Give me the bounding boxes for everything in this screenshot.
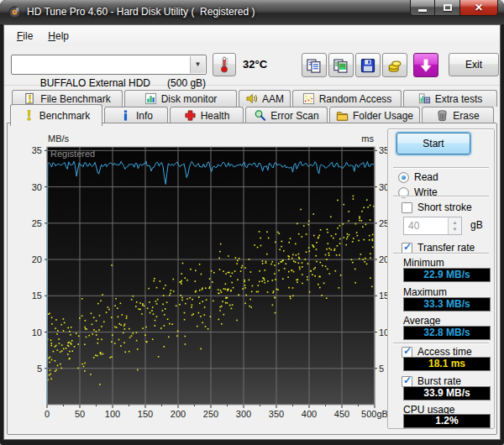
chart-grid-icon <box>418 92 431 105</box>
svg-text:400: 400 <box>302 409 317 419</box>
tab-disk-monitor[interactable]: Disk monitor <box>124 90 237 107</box>
burst-rate-label: Burst rate <box>417 375 461 387</box>
svg-text:25: 25 <box>32 218 42 228</box>
svg-text:35: 35 <box>32 145 42 155</box>
benchmark-options-panel: Start Read Write Short stroke 40 ▲ <box>387 128 495 429</box>
magnifier-icon <box>254 109 266 122</box>
maximum-label: Maximum <box>403 286 447 298</box>
svg-text:450: 450 <box>334 409 349 419</box>
svg-text:25: 25 <box>379 218 387 228</box>
drive-select-combobox[interactable]: BUFFALO External HDD (500 gB) ▼ <box>11 55 207 75</box>
copy-text-button[interactable] <box>302 53 327 77</box>
svg-text:30: 30 <box>379 182 387 192</box>
svg-text:Registered: Registered <box>50 149 95 159</box>
svg-text:10: 10 <box>32 327 42 338</box>
radio-icon <box>398 172 409 183</box>
title-bar[interactable]: HD Tune Pro 4.60 - Hard Disk Utility ( R… <box>0 0 504 24</box>
burst-rate-checkbox[interactable]: Burst rate <box>402 375 461 387</box>
copy-image-icon <box>333 57 349 74</box>
svg-text:MB/s: MB/s <box>48 134 70 144</box>
tab-label: Info <box>136 110 153 122</box>
svg-text:150: 150 <box>138 409 153 419</box>
access-time-value: 18.1 ms <box>403 357 491 371</box>
svg-text:250: 250 <box>203 409 218 419</box>
minimum-value: 22.9 MB/s <box>403 268 491 282</box>
thermometer-icon <box>216 55 233 74</box>
health-cross-icon <box>184 109 197 122</box>
tab-aam[interactable]: AAM <box>239 90 291 107</box>
start-button[interactable]: Start <box>396 133 470 154</box>
svg-text:0: 0 <box>45 409 50 419</box>
svg-text:5: 5 <box>379 364 384 374</box>
checkbox-icon <box>402 347 412 358</box>
short-stroke-checkbox[interactable]: Short stroke <box>402 202 472 213</box>
tab-label: AAM <box>262 93 284 105</box>
svg-text:35: 35 <box>379 145 387 155</box>
speaker-icon <box>245 92 258 105</box>
separator <box>393 196 489 197</box>
scatter-icon <box>302 92 315 105</box>
transfer-rate-checkbox[interactable]: Transfer rate <box>402 242 475 254</box>
window-title: HD Tune Pro 4.60 - Hard Disk Utility ( R… <box>27 0 255 24</box>
svg-text:30: 30 <box>32 182 42 192</box>
coins-hand-icon <box>386 57 403 74</box>
folder-icon <box>336 109 349 122</box>
separator <box>393 253 489 254</box>
access-time-label: Access time <box>417 346 472 358</box>
download-update-button[interactable] <box>413 53 438 77</box>
tab-random-access[interactable]: Random Access <box>292 90 402 107</box>
svg-text:20: 20 <box>32 254 42 264</box>
access-time-checkbox[interactable]: Access time <box>402 346 472 358</box>
chevron-down-icon[interactable]: ▼ <box>190 56 205 73</box>
benchmark-tab-content: 050100150200250300350400450500gB55101015… <box>7 123 497 435</box>
tab-label: Random Access <box>319 93 392 105</box>
svg-text:15: 15 <box>32 291 42 301</box>
tab-benchmark[interactable]: Benchmark <box>10 104 102 126</box>
purchase-button[interactable] <box>382 53 407 77</box>
svg-text:350: 350 <box>269 409 284 419</box>
svg-text:50: 50 <box>75 409 85 419</box>
hd-tune-disk-icon <box>8 6 21 18</box>
svg-text:ms: ms <box>361 134 374 144</box>
app-window: HD Tune Pro 4.60 - Hard Disk Utility ( R… <box>0 0 504 445</box>
read-radio[interactable]: Read <box>398 171 438 183</box>
tab-info[interactable]: Info <box>104 107 168 123</box>
spinner-arrows-icon[interactable]: ▲▼ <box>448 217 461 234</box>
window-frame-bottom <box>0 440 504 445</box>
copy-image-button[interactable] <box>328 53 354 77</box>
caption-buttons: ✕ <box>410 0 498 16</box>
tab-error-scan[interactable]: Error Scan <box>245 107 328 123</box>
bar-chart-icon <box>144 92 157 105</box>
close-button[interactable]: ✕ <box>459 0 498 16</box>
benchmark-chart: 050100150200250300350400450500gB55101015… <box>9 125 387 424</box>
maximize-button[interactable] <box>435 0 459 16</box>
menu-file[interactable]: File <box>9 28 40 44</box>
average-value: 32.8 MB/s <box>403 326 491 340</box>
drive-select-value: BUFFALO External HDD (500 gB) <box>40 77 206 89</box>
minimize-button[interactable] <box>410 0 435 16</box>
menu-bar: FileHelp <box>4 25 500 46</box>
tab-erase[interactable]: Erase <box>422 107 494 123</box>
copy-icon <box>306 57 323 74</box>
tab-folder-usage[interactable]: Folder Usage <box>329 107 420 123</box>
svg-text:15: 15 <box>379 291 387 301</box>
menu-help[interactable]: Help <box>40 28 76 44</box>
size-spinner[interactable]: 40 ▲▼ <box>403 217 462 235</box>
exit-button[interactable]: Exit <box>449 53 499 76</box>
tab-health[interactable]: Health <box>170 107 244 123</box>
svg-text:5: 5 <box>37 364 42 374</box>
save-screenshot-button[interactable] <box>355 53 381 77</box>
page-exclamation-icon <box>24 92 36 105</box>
svg-text:300: 300 <box>236 409 251 419</box>
maximize-icon <box>444 4 452 11</box>
svg-text:200: 200 <box>171 409 186 419</box>
save-icon <box>360 57 376 74</box>
temperature-button[interactable] <box>213 53 236 76</box>
tab-label: Extra tests <box>435 93 483 105</box>
size-spinner-value: 40 <box>408 220 419 232</box>
checkbox-icon <box>402 243 412 254</box>
tab-label: Benchmark <box>39 110 91 122</box>
average-label: Average <box>403 315 440 327</box>
tab-extra-tests[interactable]: Extra tests <box>403 90 497 107</box>
svg-text:500gB: 500gB <box>361 409 387 419</box>
